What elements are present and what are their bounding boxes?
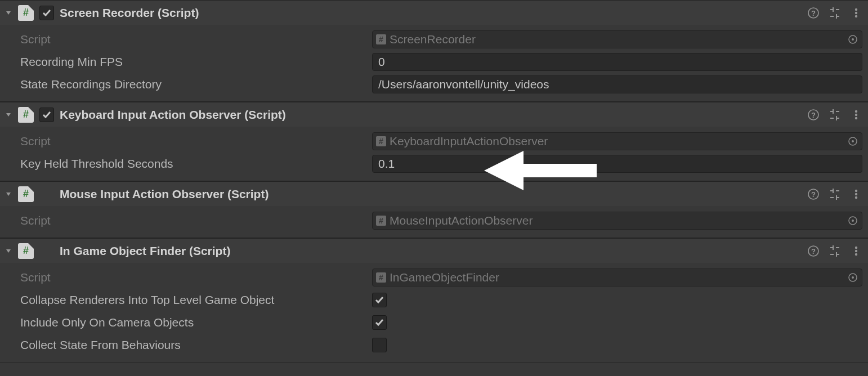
svg-rect-5 [833,7,834,12]
preset-icon[interactable] [829,7,841,19]
script-field-row: Script # KeyboardInputActionObserver [0,130,868,153]
svg-rect-48 [830,254,834,255]
component-header[interactable]: # Screen Recorder (Script) ? [0,0,868,25]
recording-min-fps-input[interactable] [372,53,862,71]
svg-rect-19 [833,109,834,114]
preset-icon[interactable] [829,245,841,257]
svg-marker-0 [6,11,11,15]
svg-point-10 [855,11,857,14]
component-body: Script # InGameObjectFinder Collapse Ren… [0,263,868,362]
collect-state-row: Collect State From Behaviours [0,334,868,356]
svg-rect-18 [836,111,839,112]
foldout-toggle[interactable] [3,111,14,119]
field-label: Recording Min FPS [20,55,372,69]
context-menu-icon[interactable] [850,245,862,257]
component-title: Mouse Input Action Observer (Script) [60,187,807,201]
component-in-game-object-finder: # In Game Object Finder (Script) ? Scrip… [0,238,868,362]
context-menu-icon[interactable] [850,7,862,19]
svg-point-27 [852,140,854,142]
object-picker-icon[interactable] [847,215,858,226]
foldout-toggle[interactable] [3,190,14,198]
script-mini-icon: # [376,136,386,146]
component-keyboard-observer: # Keyboard Input Action Observer (Script… [0,102,868,181]
object-picker-icon[interactable] [847,34,858,45]
state-recordings-directory-input[interactable] [372,75,862,93]
script-mini-icon: # [376,216,386,226]
script-object-field[interactable]: # ScreenRecorder [372,30,862,48]
component-mouse-observer: # Mouse Input Action Observer (Script) ?… [0,181,868,238]
svg-point-52 [855,249,857,252]
script-field-row: Script # InGameObjectFinder [0,266,868,289]
field-label: Collapse Renderers Into Top Level Game O… [20,293,372,307]
field-label: Script [20,33,372,46]
foldout-toggle[interactable] [3,247,14,255]
script-object-field[interactable]: # InGameObjectFinder [372,268,862,287]
include-only-camera-checkbox[interactable] [372,315,387,330]
svg-rect-22 [836,116,837,120]
object-picker-icon[interactable] [847,272,858,283]
field-label: Collect State From Behaviours [20,338,372,352]
script-value: KeyboardInputActionObserver [390,135,845,148]
svg-rect-6 [830,16,834,17]
svg-rect-8 [836,14,837,19]
svg-rect-36 [836,195,837,200]
script-field-row: Script # ScreenRecorder [0,28,868,51]
help-icon[interactable]: ? [807,245,820,257]
svg-rect-47 [833,245,834,250]
svg-marker-42 [6,249,11,253]
svg-text:?: ? [811,247,816,255]
svg-point-9 [855,8,857,10]
collapse-renderers-checkbox[interactable] [372,293,387,307]
script-object-field[interactable]: # MouseInputActionObserver [372,212,862,230]
svg-point-23 [855,110,857,112]
field-label: Key Held Threshold Seconds [20,157,372,171]
component-title: Screen Recorder (Script) [60,6,807,20]
component-body: Script # ScreenRecorder Recording Min FP… [0,25,868,101]
script-value: InGameObjectFinder [390,271,845,284]
object-picker-icon[interactable] [847,136,858,147]
context-menu-icon[interactable] [850,188,862,200]
svg-text:?: ? [811,8,816,17]
svg-point-37 [855,189,857,191]
enable-checkbox[interactable] [39,6,54,20]
help-icon[interactable]: ? [807,188,820,200]
collect-state-checkbox[interactable] [372,338,387,352]
svg-point-51 [855,246,857,248]
svg-point-55 [852,276,854,279]
svg-rect-50 [836,252,837,257]
svg-point-41 [852,220,854,222]
svg-marker-28 [6,193,11,196]
svg-rect-4 [836,9,839,10]
key-held-threshold-input[interactable] [372,155,862,173]
enable-checkbox[interactable] [39,108,54,122]
preset-icon[interactable] [829,109,841,121]
svg-rect-32 [836,190,839,191]
component-header[interactable]: # Keyboard Input Action Observer (Script… [0,102,868,127]
script-value: MouseInputActionObserver [390,214,845,227]
component-header[interactable]: # Mouse Input Action Observer (Script) ? [0,181,868,206]
context-menu-icon[interactable] [850,109,862,121]
key-held-threshold-row: Key Held Threshold Seconds [0,153,868,175]
inspector-root: # Screen Recorder (Script) ? Script [0,0,868,362]
svg-rect-20 [830,118,834,119]
component-header[interactable]: # In Game Object Finder (Script) ? [0,238,868,263]
script-object-field[interactable]: # KeyboardInputActionObserver [372,132,862,150]
svg-rect-46 [836,247,839,248]
component-title: In Game Object Finder (Script) [60,244,807,258]
include-only-camera-row: Include Only On Camera Objects [0,311,868,334]
script-value: ScreenRecorder [390,33,845,46]
svg-point-53 [855,253,857,255]
help-icon[interactable]: ? [807,109,820,121]
field-label: Script [20,214,372,227]
help-icon[interactable]: ? [807,7,820,19]
preset-icon[interactable] [829,188,841,200]
script-mini-icon: # [376,34,386,44]
field-label: State Recordings Directory [20,78,372,91]
recording-min-fps-row: Recording Min FPS [0,51,868,73]
svg-point-24 [855,113,857,115]
foldout-toggle[interactable] [3,9,14,17]
svg-text:?: ? [811,190,816,198]
script-mini-icon: # [376,272,386,283]
field-label: Script [20,135,372,148]
svg-rect-33 [833,189,834,193]
